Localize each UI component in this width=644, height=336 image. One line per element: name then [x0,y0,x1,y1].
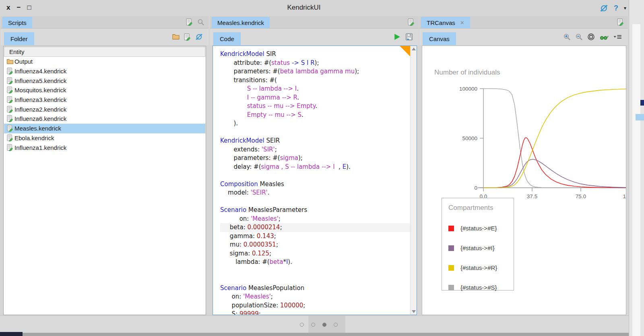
tab-measles-kendrick[interactable]: Measles.kendrick [212,17,270,28]
script-file-icon [6,125,13,132]
code-line[interactable]: ). [220,119,410,128]
code-line[interactable]: gamma: 0.143; [220,232,410,241]
fit-view-icon[interactable] [587,33,595,41]
code-tab-row: Measles.kendrick [210,16,419,29]
svg-text:0: 0 [474,185,477,191]
code-line[interactable]: populationSize: 100000; [220,301,410,310]
code-line[interactable]: on: 'Measles'; [220,292,410,301]
code-line[interactable]: transitions: #( [220,76,410,85]
code-line[interactable]: Composition Measles [220,180,410,189]
tab-code[interactable]: Code [213,32,241,45]
code-line[interactable]: I -- gamma --> R. [220,93,410,102]
zoom-in-icon[interactable] [563,33,571,41]
list-item[interactable]: Influenza2.kendrick [4,104,205,114]
legend-swatch [448,265,454,271]
code-scrollbar[interactable] [410,46,417,315]
page-dot[interactable] [334,323,338,327]
code-line[interactable] [220,171,410,180]
scroll-down-icon[interactable] [412,310,416,313]
code-line[interactable]: parameters: #(sigma); [220,154,410,163]
code-line[interactable]: Scenario MeaslesParameters [220,206,410,215]
save-icon[interactable] [405,33,413,41]
refresh-icon[interactable] [600,4,608,12]
help-icon[interactable]: ? [614,4,618,12]
code-line[interactable]: KendrickModel SIR [220,50,410,59]
code-line[interactable]: KendrickModel SEIR [220,137,410,145]
code-panel: Measles.kendrick Code KendrickModel SIR … [210,16,419,315]
code-line[interactable] [220,267,410,276]
new-script-icon[interactable] [617,19,624,26]
close-tab-icon[interactable]: ✕ [460,20,464,26]
tab-canvas-label: Canvas [429,35,450,42]
new-script-icon[interactable] [408,19,415,26]
code-line[interactable]: Empty -- mu --> S. [220,111,410,120]
edit-script-icon[interactable] [184,33,191,41]
tab-folder[interactable]: Folder [4,32,34,45]
scripts-panel: Scripts Folder [1,16,208,315]
search-icon[interactable] [197,19,204,26]
page-dot[interactable] [311,323,315,327]
canvas-menu-dropdown-icon[interactable] [613,34,622,40]
code-line[interactable] [220,275,410,284]
code-line[interactable]: S: 99999; [220,310,410,315]
page-dot[interactable] [300,323,304,327]
list-item-label: Influenza6.kendrick [14,115,66,122]
list-item-label: Measles.kendrick [14,125,61,132]
code-text-area[interactable]: KendrickModel SIR attribute: #(status ->… [213,46,410,315]
background-window-fragment [640,100,644,106]
title-bar: x − □ KendrickUI ? ▾ [0,0,644,16]
scroll-up-icon[interactable] [412,48,416,50]
list-item[interactable]: Influenza3.kendrick [4,95,205,105]
page-footer [0,315,629,333]
list-item[interactable]: Measles.kendrick [4,124,205,133]
run-script-icon[interactable] [393,33,401,41]
window-menu-dropdown-icon[interactable]: ▾ [624,5,626,11]
code-line[interactable]: beta: 0.0000214; [220,223,410,232]
refresh-folder-icon[interactable] [195,33,203,41]
list-item[interactable]: Influenza4.kendrick [4,66,205,76]
tab-trcanvas[interactable]: TRCanvas ✕ [421,17,470,28]
folder-icon[interactable] [172,34,180,40]
list-item[interactable]: Influenza1.kendrick [4,143,205,152]
script-file-icon [6,135,13,141]
code-editor[interactable]: KendrickModel SIR attribute: #(status ->… [213,46,417,315]
list-item[interactable]: Ebola.kendrick [4,133,205,143]
unsaved-changes-corner-icon [400,46,410,56]
code-line[interactable]: mu: 0.0000351; [220,241,410,249]
legend-label: {#status->#S} [460,284,497,291]
zoom-out-icon[interactable] [575,33,583,41]
list-item[interactable]: Output [4,57,205,66]
code-line[interactable]: attribute: #(status -> S I R); [220,59,410,68]
tab-scripts[interactable]: Scripts [2,17,32,28]
script-file-icon [6,77,13,84]
code-line[interactable]: model: 'SEIR'. [220,189,410,197]
code-line[interactable]: parameters: #(beta lambda gamma mu); [220,67,410,76]
code-line[interactable]: status -- mu --> Empty. [220,102,410,111]
code-line[interactable]: on: 'Measles'; [220,215,410,224]
page-dot[interactable] [322,323,326,327]
svg-text:50000: 50000 [462,135,477,141]
script-file-icon [6,96,13,103]
code-line[interactable]: S -- lambda --> I. [220,85,410,93]
code-line[interactable]: sigma: 0.125; [220,249,410,258]
list-item[interactable]: Mosquitos.kendrick [4,85,205,95]
list-item[interactable]: Influenza6.kendrick [4,114,205,124]
tab-canvas[interactable]: Canvas [423,32,456,45]
code-line[interactable] [220,197,410,206]
chart-canvas[interactable]: Number of individuals 0500001000000.037.… [422,46,626,315]
code-line[interactable]: extends: 'SIR'; [220,145,410,154]
code-lines: KendrickModel SIR attribute: #(status ->… [213,46,410,315]
code-line[interactable] [220,128,410,137]
code-line[interactable]: Scenario MeaslesPopulation [220,284,410,293]
list-item[interactable]: Influenza5.kendrick [4,76,205,85]
code-line[interactable]: delay: #(sigma , S -- lambda --> I , E). [220,163,410,172]
list-item-label: Influenza4.kendrick [14,68,66,75]
new-script-icon[interactable] [186,19,193,26]
code-line[interactable]: lambda: #(beta*I). [220,258,410,267]
bottom-bar [0,333,629,336]
canvas-panel: TRCanvas ✕ Canvas [419,16,628,315]
inspect-glasses-icon[interactable] [599,33,609,40]
file-list-header[interactable]: Entity [4,47,205,57]
script-file-icon [6,115,13,122]
tab-trcanvas-label: TRCanvas [427,19,455,26]
